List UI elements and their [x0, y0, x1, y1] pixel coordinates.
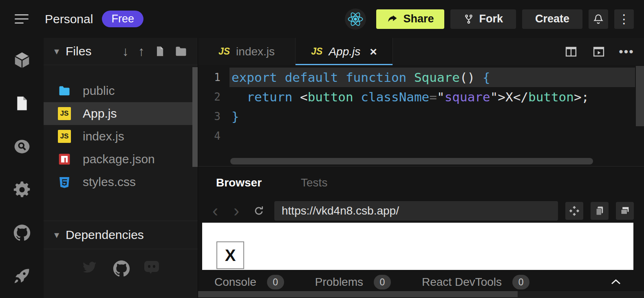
code-line-text: } — [229, 107, 635, 126]
upload-arrow-icon[interactable]: ↑ — [138, 44, 145, 59]
preview-tabs: BrowserTests — [198, 167, 644, 199]
tab-close-icon[interactable]: × — [370, 45, 377, 59]
line-number: 1 — [198, 68, 229, 87]
folder-file-icon — [57, 84, 71, 98]
browser-preview-page: X — [202, 223, 633, 270]
css-file-icon — [57, 175, 71, 189]
activity-rocket-icon[interactable] — [13, 267, 31, 285]
code-editor[interactable]: 1export default function Square() {2 ret… — [198, 65, 644, 166]
new-folder-icon[interactable] — [175, 45, 187, 57]
code-line-text: export default function Square() { — [229, 68, 635, 87]
url-address-bar[interactable]: https://vkd4n8.csb.app/ — [274, 201, 558, 221]
npm-file-icon — [57, 152, 71, 166]
menu-hamburger-icon[interactable] — [15, 10, 33, 28]
file-row[interactable]: package.json — [44, 148, 198, 171]
github-icon[interactable] — [112, 260, 129, 276]
code-line[interactable]: 3} — [198, 107, 644, 126]
create-button[interactable]: Create — [522, 9, 582, 29]
js-file-icon: JS — [57, 107, 71, 121]
header-actions: Share Fork Create ⋮ — [345, 9, 644, 30]
code-line[interactable]: 1export default function Square() { — [198, 68, 644, 87]
js-file-icon: JS — [311, 46, 322, 57]
activity-settings-gear-icon[interactable] — [13, 180, 31, 199]
code-line[interactable]: 4 — [198, 126, 644, 146]
new-file-icon[interactable] — [154, 46, 165, 57]
statusbar-item-label: React DevTools — [422, 276, 502, 289]
qr-diamond-icon[interactable] — [565, 202, 583, 220]
file-explorer-panel: ▾ Files ↓ ↑ publicJSApp.jsJSindex.jspack… — [44, 38, 198, 298]
file-name: public — [83, 84, 115, 98]
plan-badge[interactable]: Free — [102, 11, 143, 27]
explorer-scrollbar[interactable] — [192, 67, 198, 167]
refresh-icon[interactable] — [251, 205, 267, 217]
url-text: https://vkd4n8.csb.app/ — [282, 204, 399, 217]
more-options-kebab-icon[interactable]: ⋮ — [614, 9, 634, 29]
notifications-bell-icon[interactable] — [589, 9, 608, 29]
more-options-ellipsis-icon[interactable]: ••• — [620, 45, 633, 59]
editor-tab[interactable]: JSApp.js× — [296, 38, 393, 65]
files-header-actions: ↓ ↑ — [122, 44, 187, 59]
count-badge: 0 — [512, 275, 529, 289]
download-arrow-icon[interactable]: ↓ — [122, 44, 129, 59]
preview-tab-browser[interactable]: Browser — [216, 176, 262, 189]
file-row[interactable]: public — [44, 79, 198, 102]
statusbar-item-console[interactable]: Console0 — [214, 275, 284, 289]
files-section-header[interactable]: ▾ Files ↓ ↑ — [44, 38, 198, 65]
share-button[interactable]: Share — [376, 9, 444, 29]
code-line-text — [229, 126, 635, 146]
chevron-down-icon: ▾ — [54, 229, 59, 241]
bottom-scrollbar-track — [198, 291, 644, 298]
social-links — [44, 260, 198, 276]
preview-play-icon[interactable] — [592, 45, 606, 59]
preview-tab-tests[interactable]: Tests — [301, 176, 327, 189]
bottom-scrollbar-thumb[interactable] — [198, 291, 518, 297]
twitter-icon[interactable] — [82, 260, 98, 276]
back-chevron-icon[interactable]: ‹ — [208, 203, 222, 219]
workspace-title: Personal — [45, 12, 93, 26]
file-row[interactable]: JSindex.js — [44, 125, 198, 148]
activity-sandbox-cube-icon[interactable] — [13, 51, 31, 70]
dependencies-section-header[interactable]: ▾ Dependencies — [44, 221, 198, 249]
activity-search-icon[interactable] — [13, 137, 31, 156]
file-name: package.json — [83, 152, 155, 166]
discord-icon[interactable] — [143, 260, 160, 276]
code-line[interactable]: 2 return <button className="square">X</b… — [198, 87, 644, 107]
editor-tabbar: JSindex.jsJSApp.js×••• — [198, 38, 644, 65]
dependencies-header-label: Dependencies — [66, 228, 144, 242]
statusbar-item-react-devtools[interactable]: React DevTools0 — [422, 275, 529, 289]
file-name: App.js — [83, 107, 117, 121]
js-file-icon: JS — [58, 107, 71, 120]
statusbar-item-problems[interactable]: Problems0 — [315, 275, 391, 289]
open-window-icon[interactable] — [616, 202, 634, 220]
file-row[interactable]: JSApp.js — [44, 102, 198, 125]
fork-button-label: Fork — [479, 13, 503, 25]
count-badge: 0 — [267, 275, 284, 289]
editor-horizontal-scrollbar[interactable] — [230, 158, 593, 164]
devtools-statusbar: Console0Problems0React DevTools0 — [198, 273, 644, 291]
chevron-down-icon: ▾ — [54, 46, 59, 57]
editor-vertical-scrollbar[interactable] — [636, 66, 644, 126]
share-arrow-icon — [387, 13, 398, 25]
browser-nav-row: ‹ › https://vkd4n8.csb.app/ — [198, 199, 644, 223]
editor-tab[interactable]: JSindex.js — [198, 38, 296, 65]
forward-chevron-icon[interactable]: › — [229, 203, 243, 219]
fork-icon — [463, 14, 474, 24]
create-button-label: Create — [535, 13, 569, 25]
file-row[interactable]: styles.css — [44, 171, 198, 193]
fork-button[interactable]: Fork — [450, 9, 516, 29]
activity-file-explorer-icon[interactable] — [13, 94, 31, 113]
count-badge: 0 — [374, 275, 391, 289]
square-x-button[interactable]: X — [216, 241, 244, 269]
js-file-icon: JS — [218, 46, 230, 57]
js-file-icon: JS — [57, 129, 71, 143]
file-name: styles.css — [83, 175, 136, 189]
line-number: 2 — [198, 87, 229, 107]
statusbar-item-label: Problems — [315, 276, 363, 289]
chevron-up-icon[interactable] — [609, 276, 623, 288]
code-line-text: return <button className="square">X</but… — [229, 87, 635, 107]
js-file-icon: JS — [58, 130, 71, 143]
top-header: Personal Free Share Fork Create ⋮ — [0, 0, 644, 38]
split-view-icon[interactable] — [564, 45, 578, 59]
copy-url-icon[interactable] — [591, 202, 609, 220]
activity-github-icon[interactable] — [13, 224, 31, 242]
